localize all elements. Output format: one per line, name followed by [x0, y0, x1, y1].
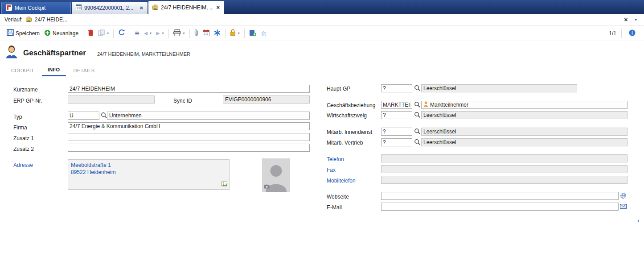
- toolbar-separator: [113, 29, 114, 38]
- contact-photo-placeholder: [262, 158, 290, 192]
- email-icon[interactable]: [620, 204, 627, 210]
- close-icon[interactable]: ×: [139, 5, 144, 11]
- search-icon: [414, 139, 420, 146]
- wirtschaftszweig-search-button[interactable]: [414, 112, 421, 119]
- history-item[interactable]: 24/7 HEIDE...: [35, 17, 67, 23]
- kurzname-input[interactable]: [68, 85, 310, 93]
- geschaeftsbeziehung-label: Geschäftsbeziehung: [327, 102, 375, 108]
- mitarb-vertrieb-code-input[interactable]: [381, 138, 412, 146]
- typ-label: Typ: [13, 114, 22, 120]
- forward-arrow-icon: ▶: [156, 30, 160, 36]
- toolbar-separator: [83, 29, 83, 38]
- nav-back-button[interactable]: ◀ ▾: [142, 29, 154, 38]
- refresh-icon: [118, 29, 125, 37]
- adresse-label[interactable]: Adresse: [13, 162, 33, 168]
- info-icon: [629, 29, 636, 37]
- zusatz1-input[interactable]: [68, 133, 310, 141]
- form-content: Kurzname ERP GP-Nr. Sync ID EVIGP0000000…: [0, 76, 644, 278]
- print-button[interactable]: ▾: [171, 28, 187, 39]
- toolbar-separator: [244, 29, 245, 38]
- collapse-panel-chevron[interactable]: ‹: [637, 217, 640, 224]
- tab-details[interactable]: DETAILS: [68, 66, 101, 76]
- email-label: E-Mail: [327, 204, 342, 211]
- page-header: Geschäftspartner 24/7 HEIDENHEIM, MARKTT…: [0, 41, 644, 65]
- typ-search-button[interactable]: [100, 112, 107, 119]
- mitarb-innendienst-search-button[interactable]: [414, 128, 421, 135]
- page-indicator: 1/1: [609, 30, 616, 37]
- paperclip-icon: [194, 29, 198, 37]
- address-street-link[interactable]: Meeboldstraße 1: [71, 162, 226, 169]
- nav-forward-button[interactable]: ▶ ▾: [154, 29, 166, 38]
- refresh-button[interactable]: [116, 27, 127, 39]
- address-box: Meeboldstraße 1 89522 Heidenheim: [68, 159, 230, 190]
- history-label: Verlauf:: [4, 17, 23, 23]
- dropdown-arrow-icon[interactable]: ▾: [150, 31, 152, 35]
- haupt-gp-search-button[interactable]: [414, 85, 421, 92]
- copy-icon: [98, 29, 105, 37]
- geschaeftsbeziehung-code-input[interactable]: [381, 101, 412, 109]
- search-icon: [414, 101, 420, 109]
- geschaeftsbeziehung-search-button[interactable]: [414, 101, 421, 108]
- lock-icon: [230, 29, 236, 37]
- webseite-input[interactable]: [381, 192, 619, 200]
- history-dropdown-icon[interactable]: ▾: [635, 17, 637, 22]
- copy-button[interactable]: ▾: [96, 28, 111, 39]
- map-icon[interactable]: [222, 181, 227, 188]
- detail-tabs: COCKPIT INFO DETAILS: [5, 65, 639, 76]
- history-close-icon[interactable]: ×: [624, 16, 628, 23]
- business-partner-icon: [152, 4, 158, 11]
- haupt-gp-label: Haupt-GP: [327, 86, 350, 92]
- process-button[interactable]: [212, 28, 223, 39]
- attachment-button[interactable]: [192, 27, 201, 39]
- calendar-button[interactable]: [201, 28, 212, 39]
- tab-cockpit[interactable]: COCKPIT: [5, 66, 40, 76]
- haupt-gp-text: Leerschlüssel: [421, 84, 577, 92]
- page-subtitle: 24/7 HEIDENHEIM, MARKTTEILNEHMER: [97, 51, 190, 57]
- fax-label[interactable]: Fax: [327, 167, 336, 173]
- favorite-button[interactable]: ☆: [258, 28, 269, 39]
- dropdown-arrow-icon[interactable]: ▾: [107, 31, 109, 35]
- tab-heidenheim-active[interactable]: 24/7 HEIDENHEIM, ... ×: [148, 1, 224, 14]
- plus-circle-icon: [44, 29, 51, 37]
- firma-input[interactable]: [68, 122, 310, 130]
- zusatz2-input[interactable]: [68, 144, 310, 152]
- geschaeftsbeziehung-text-box: Marktteilnehmer: [421, 101, 628, 109]
- add-photo-icon[interactable]: [264, 184, 270, 190]
- list-doc-icon: [76, 4, 82, 12]
- menu-button[interactable]: ≡: [132, 28, 142, 39]
- email-input[interactable]: [381, 203, 619, 211]
- wirtschaftszweig-label: Wirtschaftszweig: [327, 112, 367, 119]
- tab-document-9906422000001[interactable]: 9906422000001, 2... ×: [72, 2, 148, 14]
- erp-gp-nr-input: [68, 95, 155, 104]
- close-icon[interactable]: ×: [216, 4, 220, 10]
- tab-mein-cockpit[interactable]: Mein Cockpit: [1, 2, 71, 14]
- mitarb-vertrieb-search-button[interactable]: [414, 139, 421, 146]
- add-document-button[interactable]: [247, 27, 258, 39]
- save-button[interactable]: Speichern: [4, 27, 42, 39]
- tab-info[interactable]: INFO: [42, 65, 66, 76]
- dropdown-arrow-icon[interactable]: ▾: [238, 31, 240, 35]
- dropdown-arrow-icon[interactable]: ▾: [162, 31, 164, 35]
- address-city-link[interactable]: 89522 Heidenheim: [71, 169, 226, 176]
- globe-icon[interactable]: [620, 193, 626, 200]
- info-button[interactable]: [627, 28, 638, 39]
- new-label: Neuanlage: [53, 30, 78, 37]
- toolbar-right: 1/1: [609, 28, 640, 39]
- typ-code-input[interactable]: [68, 112, 99, 120]
- dropdown-arrow-icon[interactable]: ▾: [183, 31, 185, 35]
- fax-input: [381, 165, 628, 173]
- search-icon: [414, 85, 420, 92]
- mobiltelefon-label[interactable]: Mobiltelefon: [327, 178, 356, 184]
- business-partner-icon: [26, 16, 32, 23]
- telefon-label[interactable]: Telefon: [327, 156, 344, 162]
- delete-button[interactable]: [86, 28, 96, 39]
- wirtschaftszweig-code-input[interactable]: [381, 111, 412, 119]
- toolbar: Speichern Neuanlage ▾ ≡ ◀ ▾ ▶ ▾: [0, 26, 644, 41]
- haupt-gp-code-input[interactable]: [381, 84, 412, 92]
- app-window: Mein Cockpit 9906422000001, 2... × 24/7 …: [0, 0, 644, 278]
- zusatz1-label: Zusatz 1: [13, 135, 34, 141]
- lock-button[interactable]: ▾: [228, 27, 242, 39]
- mobiltelefon-input: [381, 176, 628, 184]
- new-button[interactable]: Neuanlage: [42, 28, 81, 39]
- mitarb-innendienst-code-input[interactable]: [381, 128, 412, 136]
